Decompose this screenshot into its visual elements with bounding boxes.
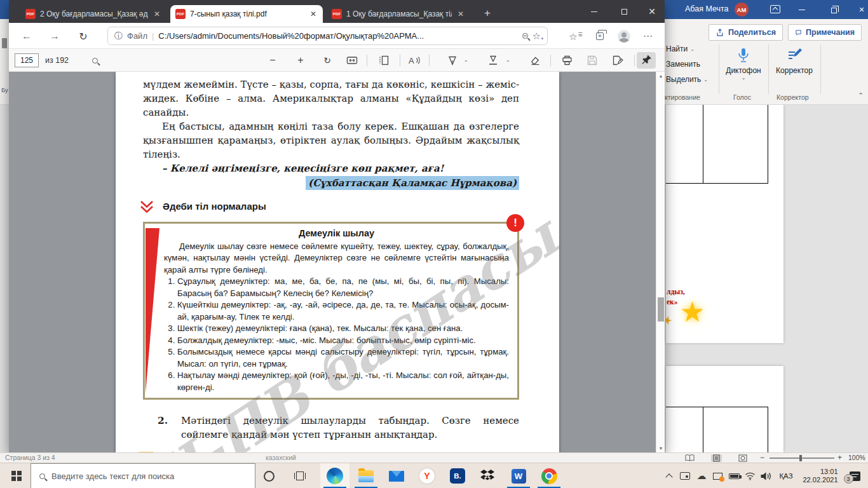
zoom-out-button[interactable]: − <box>760 453 764 462</box>
tab-2-active[interactable]: PDF 7-сынып қазақ тілі.pdf ✕ <box>170 5 323 23</box>
story-paragraph-1: мүлдем жемеймін. Түсте – қазы, сорпа, та… <box>143 78 519 119</box>
tab-close-icon[interactable]: ✕ <box>309 10 318 18</box>
print-layout-button[interactable] <box>711 454 722 462</box>
web-layout-button[interactable] <box>738 454 747 462</box>
infobox-title: Демеулік шылау <box>164 227 509 240</box>
editor-button[interactable]: Корректор <box>774 47 815 75</box>
taskbar-dropbox-button[interactable] <box>473 463 503 488</box>
edge-maximize-button[interactable] <box>610 0 638 23</box>
taskbar-yandex-button[interactable]: Y <box>412 463 442 488</box>
taskbar-booking-button[interactable]: B. <box>443 463 472 488</box>
tray-expand-button[interactable] <box>662 463 676 488</box>
comments-button[interactable]: Примечания <box>788 24 862 41</box>
save-button[interactable] <box>586 55 599 66</box>
scroll-up-icon[interactable]: ▲ <box>656 74 665 78</box>
url-text[interactable]: C:/Users/admin/Documents/Новый%20формат/… <box>158 31 517 41</box>
tab-1[interactable]: PDF 2 Оқу бағдарламасы_Қазақ әде ✕ <box>20 5 166 23</box>
word-minimize-button[interactable] <box>789 0 815 19</box>
taskbar-chrome-button[interactable] <box>534 463 564 488</box>
zoom-level[interactable]: 100% <box>848 454 865 461</box>
taskbar-mail-button[interactable] <box>382 463 411 488</box>
clock[interactable]: 13:01 22.02.2021 <box>799 463 841 488</box>
read-aloud-button[interactable]: A <box>408 55 421 66</box>
language-indicator[interactable]: ҚАЗ <box>776 463 796 488</box>
back-button[interactable]: ← <box>19 29 34 44</box>
page-view-button[interactable] <box>377 55 390 66</box>
rotate-button[interactable]: ↻ <box>321 55 334 66</box>
tab-title: 2 Оқу бағдарламасы_Қазақ әде <box>40 10 148 18</box>
tray-cast-button[interactable] <box>677 463 693 488</box>
clipboard-icon-clipped <box>2 38 7 48</box>
zoom-slider-thumb[interactable] <box>799 455 802 461</box>
add-favorite-icon[interactable]: ☆ <box>532 31 541 41</box>
zoom-in-button[interactable]: + <box>837 453 842 462</box>
save-as-button[interactable] <box>611 55 624 66</box>
draw-button[interactable] <box>446 55 459 66</box>
highlight-button[interactable] <box>487 55 499 66</box>
settings-menu-button[interactable]: ⋯ <box>641 29 656 44</box>
share-icon <box>715 28 724 37</box>
word-account-avatar[interactable]: АМ <box>735 3 749 17</box>
taskbar-edge-button[interactable] <box>320 463 349 488</box>
tray-wifi-button[interactable] <box>742 463 757 488</box>
tray-onedrive-button[interactable]: ☁ <box>694 463 709 488</box>
taskbar-search[interactable]: Введите здесь текст для поиска <box>31 463 255 488</box>
scroll-down-icon[interactable]: ▼ <box>656 446 665 451</box>
find-button[interactable]: Найти⌄ <box>666 44 695 53</box>
tray-display-app-button[interactable] <box>709 463 726 488</box>
forward-button[interactable]: → <box>47 29 62 44</box>
zoom-slider-track[interactable] <box>770 458 834 459</box>
scrollbar-thumb[interactable] <box>658 297 664 322</box>
edge-minimize-button[interactable] <box>580 0 608 23</box>
taskbar-word-button[interactable]: W <box>504 463 533 488</box>
mail-icon <box>389 471 404 482</box>
notification-count-badge: 3 <box>844 474 853 484</box>
search-document-button[interactable] <box>88 55 101 66</box>
edge-close-button[interactable]: ✕ <box>638 0 666 23</box>
action-center-button[interactable]: 3 <box>845 463 864 488</box>
zoom-out-page-icon[interactable] <box>522 33 528 39</box>
word-close-button[interactable]: × <box>849 0 868 19</box>
tray-volume-button[interactable] <box>757 463 774 488</box>
language-status[interactable]: казахский <box>266 454 296 461</box>
fit-to-width-button[interactable] <box>346 55 358 66</box>
document-scrollbar[interactable]: ▲ ▼ <box>656 72 665 452</box>
refresh-button[interactable]: ↻ <box>76 29 91 44</box>
page-info-icon[interactable]: ⓘ <box>114 30 123 42</box>
collapse-ribbon-icon[interactable]: ⌃ <box>858 92 864 100</box>
new-tab-button[interactable]: + <box>479 5 496 22</box>
zoom-in-button[interactable]: + <box>294 55 307 66</box>
highlight-options-chevron-icon[interactable]: ⌄ <box>506 57 510 63</box>
word-restore-button[interactable] <box>821 0 846 19</box>
tab-close-icon[interactable]: ✕ <box>456 10 465 18</box>
profile-button[interactable] <box>616 29 632 44</box>
page-info[interactable]: Страница 3 из 4 <box>5 454 55 461</box>
tab-close-icon[interactable]: ✕ <box>153 10 161 18</box>
select-button[interactable]: Выделить⌄ <box>666 75 708 84</box>
table-border <box>768 105 768 183</box>
tab-3[interactable]: PDF 1 Оқу бағдарламасы_Қазақ тілі ✕ <box>327 5 470 23</box>
read-mode-button[interactable] <box>685 454 695 462</box>
collections-button[interactable] <box>592 29 607 44</box>
start-button[interactable] <box>5 463 28 488</box>
replace-button[interactable]: Заменить <box>666 60 700 69</box>
share-button[interactable]: Поделиться <box>709 24 783 41</box>
taskbar-explorer-button[interactable] <box>351 463 381 488</box>
dictate-button[interactable]: Диктофон ⌄ <box>723 47 764 81</box>
draw-options-chevron-icon[interactable]: ⌄ <box>464 57 468 63</box>
minimize-icon <box>591 11 597 12</box>
red-double-chevron-icon <box>139 200 154 214</box>
cortana-button[interactable] <box>257 463 281 488</box>
task-view-button[interactable] <box>287 463 313 488</box>
page-number-input[interactable] <box>15 53 39 67</box>
favorites-bar-button[interactable]: ☆ <box>566 29 581 44</box>
zoom-out-button[interactable]: − <box>266 55 279 66</box>
pin-toolbar-button[interactable] <box>640 53 653 65</box>
erase-button[interactable] <box>529 55 541 66</box>
print-button[interactable] <box>560 55 573 66</box>
chevron-down-icon: ⌄ <box>690 46 695 52</box>
ribbon-display-options-icon[interactable] <box>770 5 780 13</box>
pdf-viewport[interactable]: АН-ПВ баспасы мүлдем жемеймін. Түсте – қ… <box>9 72 656 452</box>
address-bar[interactable]: ⓘ Файл | C:/Users/admin/Documents/Новый%… <box>107 27 548 45</box>
tray-battery-button[interactable] <box>726 463 742 488</box>
